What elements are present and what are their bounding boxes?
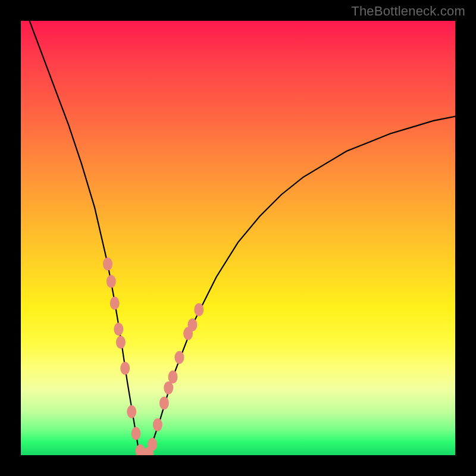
curve-markers [103, 258, 203, 455]
plot-area [21, 21, 455, 455]
data-marker [127, 405, 136, 418]
data-marker [131, 427, 141, 440]
data-marker [103, 258, 112, 271]
data-marker [114, 322, 123, 336]
data-marker [194, 303, 203, 316]
data-marker [148, 438, 157, 451]
data-marker [107, 275, 116, 288]
data-marker [120, 362, 130, 375]
watermark-text: TheBottleneck.com [351, 4, 465, 19]
chart-frame: TheBottleneck.com [0, 0, 476, 476]
data-marker [168, 371, 178, 384]
data-marker [187, 318, 197, 331]
curve-svg [21, 21, 455, 455]
data-marker [110, 297, 120, 310]
data-marker [159, 396, 169, 409]
bottleneck-curve [30, 21, 455, 455]
data-marker [116, 336, 126, 349]
data-marker [153, 418, 162, 431]
data-marker [174, 351, 184, 364]
